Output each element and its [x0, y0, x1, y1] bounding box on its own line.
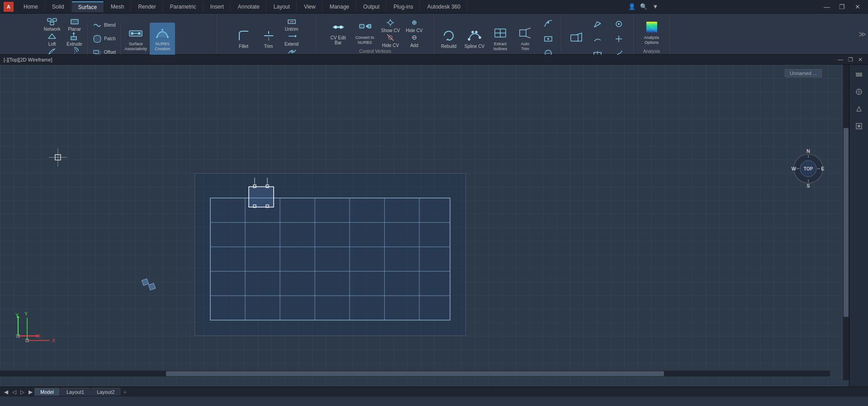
- create-col-3: Blend Patch Offset: [90, 19, 119, 59]
- menu-parametric[interactable]: Parametric: [164, 1, 203, 12]
- svg-point-32: [340, 26, 342, 28]
- tab-layout1[interactable]: Layout1: [61, 388, 90, 396]
- search-btn[interactable]: 🔍: [639, 2, 649, 12]
- tab-model[interactable]: Model: [34, 388, 60, 396]
- proj-geo-3-icon: [593, 34, 602, 44]
- analysis-options-icon: [645, 20, 659, 34]
- menu-autodesk360[interactable]: Autodesk 360: [421, 1, 467, 12]
- svg-rect-33: [360, 24, 364, 28]
- svg-rect-121: [856, 74, 862, 75]
- svg-text:Y: Y: [15, 313, 19, 318]
- rp-btn-1[interactable]: [851, 66, 867, 83]
- tab-next-btn[interactable]: ▷: [18, 388, 26, 396]
- viewport-restore-btn[interactable]: ❐: [846, 56, 854, 64]
- patch-label: Patch: [104, 36, 116, 41]
- cv-edit-bar-button[interactable]: CV Edit Bar: [326, 16, 351, 49]
- menu-layout[interactable]: Layout: [267, 1, 297, 12]
- extract-isolines-button[interactable]: ExtractIsolines: [489, 23, 512, 55]
- svg-rect-56: [520, 30, 526, 36]
- menu-mesh[interactable]: Mesh: [104, 1, 131, 12]
- menu-solid[interactable]: Solid: [46, 1, 71, 12]
- trim-button[interactable]: Trim: [257, 23, 280, 55]
- rp-btn-3[interactable]: [851, 101, 867, 117]
- analysis-options-button[interactable]: AnalysisOptions: [638, 16, 665, 49]
- analysis-options-label: AnalysisOptions: [644, 35, 659, 45]
- expand-btn[interactable]: ▼: [650, 2, 660, 12]
- nurbs-creation-button[interactable]: NURBSCreation: [150, 23, 175, 55]
- hide-cv-button[interactable]: Hide CV: [379, 33, 403, 47]
- menu-annotate[interactable]: Annotate: [232, 1, 266, 12]
- patch-button[interactable]: Patch: [90, 32, 119, 46]
- tab-layout2[interactable]: Layout2: [91, 388, 120, 396]
- planar-button[interactable]: Planar: [64, 16, 85, 31]
- svg-text:E: E: [821, 166, 824, 171]
- cv-col: Show CV Hide CV: [379, 18, 403, 47]
- loft-button[interactable]: Loft: [42, 31, 63, 46]
- viewport-title: [-][Top][2D Wireframe]: [4, 57, 52, 62]
- add-tab-btn[interactable]: +: [123, 388, 127, 396]
- offset-label: Offset: [104, 50, 116, 55]
- close-btn[interactable]: ✕: [851, 2, 864, 11]
- menu-insert[interactable]: Insert: [204, 1, 231, 12]
- show-cv-button[interactable]: Show CV: [379, 18, 403, 33]
- blend-button[interactable]: Blend: [90, 19, 119, 32]
- tab-prev-btn-2[interactable]: ◁: [10, 388, 18, 396]
- proj-geo-btn-3[interactable]: [588, 31, 607, 46]
- spline-cv-button[interactable]: Spline CV: [462, 23, 487, 55]
- tab-prev-btn[interactable]: ◀: [2, 388, 10, 396]
- menu-output[interactable]: Output: [357, 1, 386, 12]
- fillet-button[interactable]: Fillet: [232, 23, 256, 55]
- network-button[interactable]: Network: [42, 16, 63, 31]
- untrim-button[interactable]: Untrim: [282, 16, 302, 31]
- svg-text:A: A: [7, 4, 10, 9]
- menu-surface[interactable]: Surface: [72, 1, 104, 12]
- auto-trim-button[interactable]: AutoTrim: [513, 23, 537, 55]
- minimize-btn[interactable]: —: [820, 2, 834, 11]
- convert-to-nurbs-button[interactable]: Convert toNURBS: [352, 16, 378, 49]
- remove-cv-button[interactable]: Add: [403, 33, 425, 47]
- tab-next-btn-2[interactable]: ▶: [26, 388, 34, 396]
- proj-geo-btn-2[interactable]: [588, 16, 607, 31]
- hscroll-thumb[interactable]: [166, 371, 664, 376]
- svg-point-16: [131, 32, 133, 35]
- svg-rect-96: [249, 187, 274, 207]
- menu-home[interactable]: Home: [17, 1, 45, 12]
- ribbon: Network Loft Sweep: [0, 14, 868, 55]
- window-controls: — ❐ ✕: [820, 2, 864, 11]
- vertical-scrollbar[interactable]: [843, 65, 849, 380]
- surface-assoc-button[interactable]: SurfaceAssociativity: [123, 23, 148, 55]
- unnamed-badge: Unnamed ...: [785, 69, 822, 77]
- rp-btn-2[interactable]: [851, 84, 867, 100]
- viewport-canvas[interactable]: Unnamed ... TOP N S E W: [0, 65, 849, 387]
- viewport-minimize-btn[interactable]: —: [836, 56, 844, 64]
- horizontal-scrollbar[interactable]: [0, 370, 830, 377]
- proj-geo-2-icon: [593, 19, 602, 29]
- menu-manage[interactable]: Manage: [323, 1, 356, 12]
- profile-btn[interactable]: 👤: [627, 2, 637, 12]
- viewport-close-btn[interactable]: ✕: [856, 56, 864, 64]
- extrude-button[interactable]: Extrude: [64, 31, 85, 46]
- svg-rect-4: [50, 22, 54, 25]
- rp-btn-4[interactable]: [851, 118, 867, 134]
- network-icon: [47, 16, 57, 26]
- compass[interactable]: TOP N S E W: [790, 146, 826, 191]
- curve-extra-1[interactable]: [538, 16, 558, 31]
- menu-render[interactable]: Render: [132, 1, 162, 12]
- div1: [87, 23, 88, 55]
- add-cv-button[interactable]: Hide CV: [403, 18, 425, 33]
- proj-geo-btn-1[interactable]: [566, 23, 586, 55]
- svg-rect-119: [148, 283, 155, 290]
- proj-geo-btn-6[interactable]: [609, 31, 629, 46]
- curve-extra-2[interactable]: [538, 31, 558, 46]
- proj-geo-btn-5[interactable]: [609, 16, 629, 31]
- menu-view[interactable]: View: [298, 1, 323, 12]
- menu-plugins[interactable]: Plug-ins: [387, 1, 420, 12]
- trim-label: Trim: [264, 44, 273, 49]
- restore-btn[interactable]: ❐: [835, 2, 849, 11]
- vscroll-thumb[interactable]: [844, 128, 849, 317]
- helper-object: [140, 277, 158, 296]
- rebuild-button[interactable]: Rebuild: [437, 23, 460, 55]
- ribbon-group-create: Network Loft Sweep: [0, 14, 217, 53]
- extend-button[interactable]: Extend: [282, 31, 302, 46]
- ribbon-expand[interactable]: ≫: [859, 14, 868, 53]
